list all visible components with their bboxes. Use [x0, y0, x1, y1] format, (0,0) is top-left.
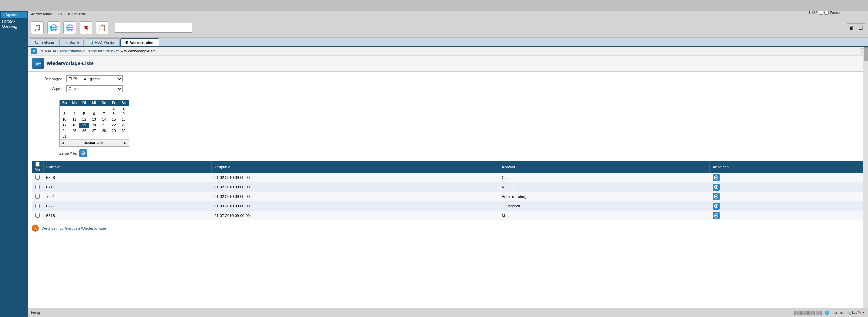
svg-point-8 — [715, 177, 717, 178]
cal-cell — [69, 134, 79, 139]
close-icon-btn[interactable]: ✖ — [80, 21, 92, 34]
table-row: 6878 01.07.2010 09:00:00 M.......t — [32, 211, 864, 220]
cal-day-22[interactable]: 22 — [109, 123, 119, 128]
cal-day-4[interactable]: 4 — [69, 111, 79, 117]
window-icon-btn[interactable]: ☐ — [856, 23, 865, 32]
row-checkbox-cell[interactable] — [32, 182, 43, 192]
row-kontakt: M.......t — [499, 211, 709, 220]
music-icon-btn[interactable]: 🎵 — [31, 21, 44, 34]
cal-day-29[interactable]: 29 — [109, 128, 119, 134]
cal-day-31[interactable]: 31 — [60, 134, 69, 139]
tab-pdd-label: PDD Monitor — [95, 41, 115, 44]
cal-day-27[interactable]: 27 — [89, 128, 99, 134]
cal-day-30[interactable]: 30 — [119, 128, 129, 134]
anzeigen-btn[interactable] — [713, 193, 720, 200]
cal-day-10[interactable]: 10 — [60, 117, 69, 123]
cal-day-18[interactable]: 18 — [69, 123, 79, 128]
tab-administration[interactable]: ⚙ Administration — [120, 38, 159, 46]
row-checkbox[interactable] — [35, 204, 40, 208]
breadcrumb-part2[interactable]: Outbound Statistiken — [87, 49, 119, 53]
cal-day-21[interactable]: 21 — [99, 123, 109, 128]
cal-day-16[interactable]: 16 — [119, 117, 129, 123]
anzeigen-btn[interactable] — [713, 184, 720, 191]
sidebar-agents-header[interactable]: ▪ Agenten — [1, 12, 27, 18]
row-anzeigen[interactable] — [710, 182, 864, 192]
cal-day-24[interactable]: 24 — [60, 128, 69, 134]
cal-day-19[interactable]: 19 — [79, 123, 89, 128]
cal-day-1[interactable]: 1 — [109, 106, 119, 111]
agent-label: Agent: — [35, 87, 63, 91]
page-title: Wiedervorlage-Liste — [46, 61, 94, 66]
anzeigen-btn[interactable] — [713, 203, 720, 210]
cal-cell — [99, 106, 109, 111]
monitor-icon-btn[interactable]: 🖥 — [847, 23, 856, 32]
col-kontakt: Kontakt — [499, 161, 709, 173]
cal-day-20[interactable]: 20 — [89, 123, 99, 128]
row-checkbox[interactable] — [35, 175, 40, 180]
kampagne-select[interactable]: EUPI... ...A ...gment — [66, 75, 123, 82]
globe-icon-btn2[interactable]: 🌐 — [63, 21, 76, 34]
table-row: 6598 01.02.2010 09:00:00 C... — [32, 173, 864, 182]
col-select-all[interactable]: Alle — [32, 161, 43, 173]
cal-day-12[interactable]: 12 — [79, 117, 89, 123]
counter-checkbox1[interactable] — [819, 11, 823, 15]
row-checkbox-cell[interactable] — [32, 211, 43, 220]
cal-month-label: Januar 2010 — [84, 141, 104, 145]
tab-suche[interactable]: 🔍 Suche — [59, 38, 84, 46]
scroll-thumb[interactable] — [864, 47, 868, 61]
cal-prev-btn[interactable]: ◄ — [61, 141, 65, 145]
cal-day-11[interactable]: 11 — [69, 117, 79, 123]
cal-day-26[interactable]: 26 — [79, 128, 89, 134]
cal-day-5[interactable]: 5 — [79, 111, 89, 117]
row-checkbox-cell[interactable] — [32, 192, 43, 201]
row-anzeigen[interactable] — [710, 173, 864, 182]
select-all-checkbox[interactable] — [35, 162, 40, 167]
zoom-icon: 🔍 — [847, 311, 851, 315]
counter-checkbox2[interactable] — [824, 11, 829, 15]
tab-telefonie[interactable]: 📞 Telefonie — [30, 38, 58, 46]
cal-day-23[interactable]: 23 — [119, 123, 129, 128]
cal-day-9[interactable]: 9 — [119, 111, 129, 117]
row-anzeigen[interactable] — [710, 192, 864, 201]
admin-header: Admin: Admin 19.01.2010 09:20:00 1:122 P… — [28, 11, 868, 18]
zeige-alle-btn[interactable] — [79, 149, 87, 157]
row-checkbox[interactable] — [35, 213, 40, 218]
row-kontakt-id: 6717 — [43, 182, 211, 192]
cal-cell — [69, 106, 79, 111]
cal-day-7[interactable]: 7 — [99, 111, 109, 117]
row-checkbox-cell[interactable] — [32, 201, 43, 211]
cal-next-btn[interactable]: ► — [123, 141, 127, 145]
cal-cell — [89, 106, 99, 111]
cal-day-8[interactable]: 8 — [109, 111, 119, 117]
cal-day-2[interactable]: 2 — [119, 106, 129, 111]
agent-select[interactable]: Göttrup-L... ...r... — [66, 85, 123, 92]
breadcrumb: ⚙ INTRACALL Administration » Outbound St… — [28, 47, 868, 56]
sidebar-item-horbank[interactable]: Horbank — [0, 19, 28, 24]
breadcrumb-part1[interactable]: INTRACALL Administration — [39, 49, 82, 53]
tab-pdd-monitor[interactable]: 📊 PDD Monitor — [85, 38, 119, 46]
clipboard-icon-btn[interactable]: 📋 — [96, 21, 108, 34]
chart-icon: 📊 — [89, 41, 93, 44]
scrollbar-right[interactable] — [863, 47, 868, 308]
anzeigen-btn[interactable] — [713, 174, 720, 181]
calendar-body: 1 2 3 4 5 6 7 8 9 10 11 12 13 14 15 — [60, 106, 129, 139]
cal-day-13[interactable]: 13 — [89, 117, 99, 123]
zoom-arrow[interactable]: ▼ — [862, 311, 865, 315]
row-checkbox-cell[interactable] — [32, 173, 43, 182]
row-checkbox[interactable] — [35, 194, 40, 199]
cal-cell — [60, 106, 69, 111]
cal-day-6[interactable]: 6 — [89, 111, 99, 117]
cal-day-25[interactable]: 25 — [69, 128, 79, 134]
row-anzeigen[interactable] — [710, 211, 864, 220]
row-anzeigen[interactable] — [710, 201, 864, 211]
globe-icon-btn1[interactable]: 🌐 — [47, 21, 60, 34]
gruppen-link[interactable]: Wechseln zu Gruppen-Wiedervorlage — [42, 226, 106, 230]
row-checkbox[interactable] — [35, 185, 40, 189]
sidebar-item-goecking[interactable]: Goecking — [0, 24, 28, 29]
cal-day-14[interactable]: 14 — [99, 117, 109, 123]
anzeigen-btn[interactable] — [713, 212, 720, 219]
cal-day-15[interactable]: 15 — [109, 117, 119, 123]
cal-day-3[interactable]: 3 — [60, 111, 69, 117]
cal-day-17[interactable]: 17 — [60, 123, 69, 128]
cal-day-28[interactable]: 28 — [99, 128, 109, 134]
